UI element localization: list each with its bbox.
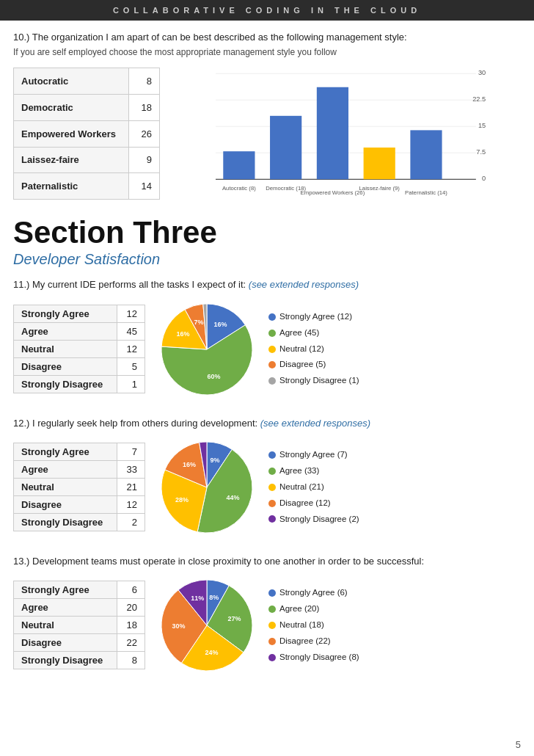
legend-dot (268, 377, 276, 385)
row-label: Autocratic (14, 68, 129, 95)
row-value: 12 (117, 305, 145, 323)
table-row: Agree45 (14, 323, 145, 341)
pie-label: 60% (208, 372, 221, 379)
legend-label: Strongly Agree (6) (279, 585, 348, 601)
row-value: 1 (117, 376, 145, 393)
row-label: Paternalistic (14, 173, 129, 200)
legend-dot (268, 361, 276, 368)
q11-layout: Strongly Agree12Agree45Neutral12Disagree… (13, 298, 521, 401)
legend-dot (268, 500, 276, 507)
legend-label: Disagree (5) (279, 357, 326, 373)
row-label: Disagree (14, 634, 117, 652)
table-row: Strongly Agree6 (14, 581, 145, 599)
legend-dot (268, 654, 276, 661)
legend-label: Agree (33) (279, 463, 319, 479)
page-number: 5 (516, 739, 521, 750)
row-label: Strongly Agree (14, 305, 117, 323)
pie-label: 24% (205, 649, 218, 656)
table-row: Laissez-faire9 (14, 147, 160, 173)
legend-label: Disagree (12) (279, 495, 331, 512)
legend-dot (268, 330, 276, 337)
pie-label: 16% (214, 320, 227, 327)
table-row: Strongly Agree12 (14, 305, 145, 323)
pie-label: 16% (183, 461, 196, 468)
row-label: Strongly Disagree (14, 376, 117, 393)
table-row: Agree20 (14, 599, 145, 617)
row-label: Neutral (14, 341, 117, 358)
legend-dot (268, 606, 276, 613)
row-label: Neutral (14, 479, 117, 496)
legend-item: Strongly Disagree (2) (268, 512, 359, 528)
svg-text:30: 30 (478, 69, 486, 76)
svg-text:22.5: 22.5 (472, 95, 486, 103)
q12-pie-chart: 9%44%28%16% (156, 436, 258, 539)
table-row: Strongly Disagree8 (14, 652, 145, 669)
legend-dot (268, 468, 276, 475)
legend-dot (268, 451, 276, 459)
section-heading-block: Section Three Developer Satisfaction (13, 216, 521, 268)
legend-item: Agree (45) (268, 325, 359, 341)
table-row: Strongly Disagree1 (14, 376, 145, 393)
legend-label: Neutral (21) (279, 479, 324, 495)
row-label: Agree (14, 461, 117, 479)
legend-item: Strongly Agree (12) (268, 309, 359, 325)
row-value: 5 (117, 358, 145, 376)
legend-item: Neutral (12) (268, 341, 359, 357)
q12-layout: Strongly Agree7Agree33Neutral21Disagree1… (13, 436, 521, 539)
row-label: Strongly Disagree (14, 514, 117, 531)
legend-dot (268, 638, 276, 645)
legend-item: Strongly Disagree (1) (268, 373, 359, 389)
pie-label: 9% (211, 456, 220, 463)
svg-text:Laissez-faire (9): Laissez-faire (9) (359, 185, 400, 192)
pie-label: 11% (191, 595, 204, 602)
row-value: 12 (117, 341, 145, 358)
legend-label: Strongly Disagree (8) (279, 650, 359, 666)
table-row: Democratic18 (14, 94, 160, 120)
row-label: Laissez-faire (14, 147, 129, 173)
svg-text:0: 0 (482, 175, 486, 182)
pie-label: 28% (175, 496, 189, 504)
q11-pie-chart: 16%60%16%7% (156, 298, 258, 401)
section-heading: Section Three (13, 216, 521, 250)
row-value: 8 (129, 68, 160, 95)
section-subheading: Developer Satisfaction (13, 251, 521, 268)
svg-text:Autocratic (8): Autocratic (8) (222, 185, 256, 192)
svg-text:7.5: 7.5 (476, 148, 486, 156)
row-label: Strongly Agree (14, 581, 117, 599)
row-value: 21 (117, 479, 145, 496)
q12-text: 12.) I regularly seek help from others d… (13, 417, 521, 430)
svg-text:15: 15 (478, 122, 486, 129)
svg-rect-13 (364, 148, 395, 179)
legend-label: Strongly Agree (7) (279, 447, 348, 463)
header-title: COLLABORATIVE CODING IN THE CLOUD (113, 6, 421, 15)
q12-see-extended: (see extended responses) (260, 418, 370, 429)
q13-pie-chart: 8%27%24%30%11% (156, 574, 258, 677)
q11-legend: Strongly Agree (12)Agree (45)Neutral (12… (268, 309, 359, 389)
q13-text: 13.) Development teams must operate in c… (13, 555, 521, 568)
question-13: 13.) Development teams must operate in c… (13, 555, 521, 677)
legend-label: Strongly Agree (12) (279, 309, 352, 325)
row-value: 18 (117, 617, 145, 634)
table-row: Autocratic8 (14, 68, 160, 95)
pie-label: 27% (228, 615, 241, 622)
q11-pie-area: 16%60%16%7% Strongly Agree (12)Agree (45… (156, 298, 359, 401)
table-row: Neutral12 (14, 341, 145, 358)
row-label: Strongly Agree (14, 443, 117, 461)
legend-item: Disagree (5) (268, 357, 359, 373)
legend-item: Disagree (22) (268, 633, 359, 650)
row-value: 8 (117, 652, 145, 669)
legend-label: Neutral (12) (279, 341, 324, 357)
legend-item: Neutral (18) (268, 617, 359, 633)
svg-rect-10 (223, 151, 255, 179)
question-11: 11.) My current IDE performs all the tas… (13, 278, 521, 400)
row-value: 33 (117, 461, 145, 479)
legend-label: Agree (45) (279, 325, 319, 341)
page-footer: 5 (516, 739, 521, 750)
q10-bar-chart: 30 22.5 15 7.5 0 (167, 68, 521, 200)
row-label: Democratic (14, 94, 129, 120)
table-row: Neutral21 (14, 479, 145, 496)
row-label: Disagree (14, 358, 117, 376)
row-value: 6 (117, 581, 145, 599)
legend-label: Agree (20) (279, 601, 319, 617)
legend-dot (268, 484, 276, 491)
